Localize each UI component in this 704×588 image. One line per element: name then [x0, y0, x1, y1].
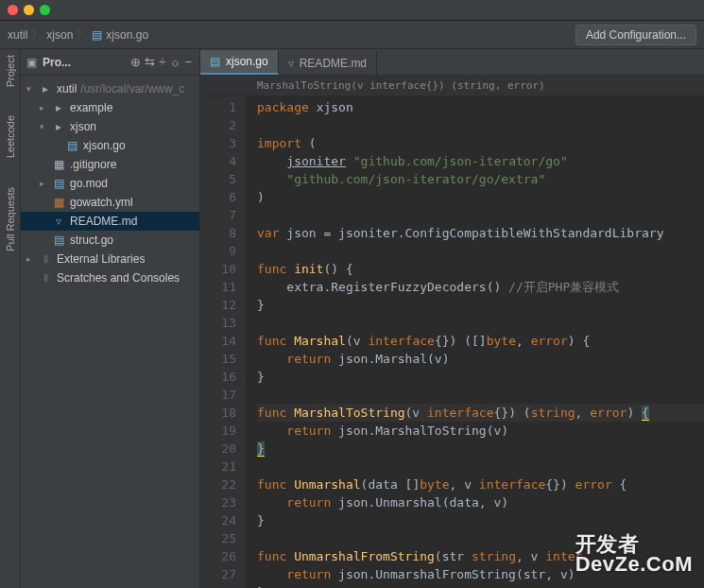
go-file-icon: ▤ [210, 55, 220, 68]
tree-item-xjson[interactable]: ▾▸xjson [21, 117, 199, 136]
code-content[interactable]: package xjsonimport ( jsoniter "github.c… [246, 96, 704, 588]
tree-item-xjson-go[interactable]: ▤xjson.go [21, 136, 199, 155]
tree-item-label: xjson.go [83, 139, 126, 152]
code-line[interactable] [257, 458, 704, 476]
code-line[interactable]: func UnmarshalFromString(str string, v i… [257, 547, 704, 565]
code-line[interactable]: jsoniter "github.com/json-iterator/go" [257, 152, 704, 170]
code-line[interactable] [257, 386, 704, 404]
breadcrumb-item[interactable]: xjson.go [106, 28, 148, 42]
panel-tool-button[interactable]: ⊕ [129, 55, 143, 69]
panel-tool-button[interactable]: ☼ [167, 55, 182, 69]
code-line[interactable]: ) [257, 188, 704, 206]
main-layout: ProjectLeetcodePull Requests ▣ Pro... ⊕⇆… [0, 49, 704, 588]
rail-project[interactable]: Project [5, 55, 16, 87]
tree-item-example[interactable]: ▸▸example [21, 98, 199, 117]
close-icon[interactable] [8, 5, 18, 15]
code-editor[interactable]: 1234567891011121314151617181920212223242… [200, 96, 704, 588]
expand-arrow-icon[interactable]: ▸ [40, 103, 51, 112]
tree-item-scratches-and-consoles[interactable]: ⫴Scratches and Consoles [21, 268, 199, 287]
code-line[interactable]: return json.UnmarshalFromString(str, v) [257, 565, 704, 583]
code-line[interactable] [257, 116, 704, 134]
macos-titlebar [0, 0, 704, 21]
code-line[interactable]: extra.RegisterFuzzyDecoders() //开启PHP兼容模… [257, 278, 704, 296]
minimize-icon[interactable] [24, 5, 34, 15]
tree-item--gitignore[interactable]: ▦.gitignore [21, 155, 199, 174]
code-line[interactable]: import ( [257, 134, 704, 152]
code-line[interactable]: func MarshalToString(v interface{}) (str… [257, 404, 704, 422]
project-tree[interactable]: ▾▸xutil/usr/local/var/www_c▸▸example▾▸xj… [21, 76, 199, 291]
library-icon: ⫴ [38, 252, 53, 266]
code-line[interactable]: } [257, 511, 704, 529]
editor-tab-xjson-go[interactable]: ▤xjson.go [200, 50, 279, 75]
code-line[interactable] [257, 529, 704, 547]
add-configuration-button[interactable]: Add Configuration... [575, 25, 696, 45]
code-line[interactable]: } [257, 583, 704, 588]
code-line[interactable]: return json.Unmarshal(data, v) [257, 493, 704, 511]
folder-icon: ▸ [51, 101, 66, 114]
tree-item-struct-go[interactable]: ▤struct.go [21, 231, 199, 250]
code-line[interactable]: func init() { [257, 260, 704, 278]
line-number: 24 [200, 511, 236, 529]
code-line[interactable] [257, 242, 704, 260]
code-line[interactable]: func Unmarshal(data []byte, v interface{… [257, 476, 704, 493]
code-line[interactable]: return json.MarshalToString(v) [257, 422, 704, 440]
line-number: 1 [200, 98, 236, 116]
line-number: 15 [200, 350, 236, 368]
code-line[interactable]: } [257, 368, 704, 386]
code-line[interactable] [257, 206, 704, 224]
markdown-file-icon: ▿ [51, 215, 66, 228]
code-line[interactable]: func Marshal(v interface{}) ([]byte, err… [257, 332, 704, 350]
maximize-icon[interactable] [40, 5, 50, 15]
expand-arrow-icon[interactable]: ▸ [26, 254, 38, 264]
tree-item-go-mod[interactable]: ▸▤go.mod [21, 174, 199, 193]
line-number: 18 [200, 404, 236, 422]
expand-arrow-icon[interactable]: ▾ [26, 84, 38, 94]
go-file-icon: ▤ [64, 139, 79, 152]
tree-item-label: xjson [70, 120, 96, 133]
breadcrumb-item[interactable]: xutil [8, 28, 27, 42]
code-line[interactable]: } [257, 296, 704, 314]
panel-tool-button[interactable]: ⇆ [143, 55, 157, 69]
markdown-file-icon: ▿ [288, 57, 294, 70]
tree-item-external-libraries[interactable]: ▸⫴External Libraries [21, 250, 199, 268]
line-number: 27 [200, 565, 236, 583]
code-line[interactable]: package xjson [257, 98, 704, 116]
tree-item-path: /usr/local/var/www_c [80, 82, 184, 95]
line-number: 11 [200, 278, 236, 296]
line-number: 9 [200, 242, 236, 260]
line-number: 14 [200, 332, 236, 350]
code-line[interactable]: "github.com/json-iterator/go/extra" [257, 170, 704, 188]
file-icon: ▦ [51, 158, 66, 171]
tree-item-label: example [70, 101, 112, 114]
panel-tool-button[interactable]: ÷ [157, 55, 167, 69]
tree-item-readme-md[interactable]: ▿README.md [21, 212, 199, 231]
expand-arrow-icon[interactable]: ▾ [40, 122, 51, 131]
line-number: 2 [200, 116, 236, 134]
line-number: 10 [200, 260, 236, 278]
navigation-bar: xutil〉xjson〉▤ xjson.go Add Configuration… [0, 21, 704, 49]
code-line[interactable]: } [257, 440, 704, 458]
tool-window-rail: ProjectLeetcodePull Requests [0, 49, 21, 588]
panel-tool-button[interactable]: − [182, 55, 194, 69]
code-line[interactable]: return json.Marshal(v) [257, 350, 704, 368]
tree-item-label: .gitignore [70, 158, 116, 171]
traffic-lights [8, 5, 50, 15]
tab-label: README.md [300, 57, 367, 70]
breadcrumb-item[interactable]: xjson [46, 28, 73, 42]
go-file-icon: ▤ [51, 177, 66, 190]
breadcrumb: xutil〉xjson〉▤ xjson.go [8, 26, 148, 43]
code-line[interactable] [257, 314, 704, 332]
line-number: 25 [200, 529, 236, 547]
code-line[interactable]: var json = jsoniter.ConfigCompatibleWith… [257, 224, 704, 242]
tree-item-gowatch-yml[interactable]: ▦gowatch.yml [21, 193, 199, 212]
editor-tab-readme-md[interactable]: ▿README.md [279, 52, 377, 75]
rail-pull-requests[interactable]: Pull Requests [5, 187, 16, 251]
expand-arrow-icon[interactable]: ▸ [40, 179, 51, 188]
tree-item-xutil[interactable]: ▾▸xutil/usr/local/var/www_c [21, 79, 199, 98]
tree-item-label: README.md [70, 215, 137, 228]
rail-leetcode[interactable]: Leetcode [5, 115, 16, 158]
editor-tabs: ▤xjson.go▿README.md [200, 49, 704, 76]
line-number: 6 [200, 188, 236, 206]
tree-item-label: struct.go [70, 233, 113, 247]
line-number: 5 [200, 170, 236, 188]
